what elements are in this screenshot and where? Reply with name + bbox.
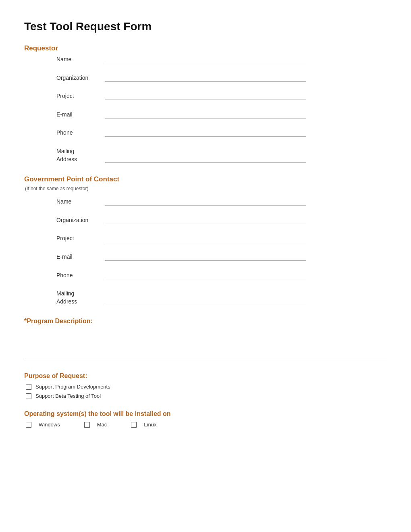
requestor-project-input[interactable] [105, 91, 306, 100]
requestor-name-label: Name [56, 55, 105, 64]
gov-email-label: E-mail [56, 252, 105, 261]
gov-address-input[interactable] [105, 289, 306, 305]
requestor-name-input[interactable] [105, 55, 306, 63]
requestor-email-label: E-mail [56, 110, 105, 119]
purpose-option-2-label: Support Beta Testing of Tool [35, 393, 101, 399]
gov-phone-row: Phone [56, 271, 387, 280]
program-description-input[interactable] [24, 328, 387, 360]
gov-org-row: Organization [56, 216, 387, 224]
requestor-name-row: Name [56, 55, 387, 64]
requestor-heading: Requestor [24, 44, 387, 52]
purpose-option-1-row: Support Program Developments [24, 384, 387, 390]
operating-systems-heading: Operating system(s) the tool will be ins… [24, 410, 387, 418]
purpose-option-1-label: Support Program Developments [35, 384, 110, 390]
gov-org-label: Organization [56, 216, 105, 224]
gov-contact-section: Government Point of Contact (If not the … [24, 175, 387, 305]
gov-org-input[interactable] [105, 216, 306, 224]
gov-contact-subheading: (If not the same as requestor) [24, 186, 387, 191]
gov-contact-heading: Government Point of Contact [24, 175, 387, 183]
requestor-project-label: Project [56, 91, 105, 100]
gov-address-label: MailingAddress [56, 289, 105, 305]
requestor-org-label: Organization [56, 73, 105, 82]
program-description-heading: *Program Description: [24, 318, 387, 325]
os-mac-option: Mac [84, 422, 107, 428]
requestor-org-input[interactable] [105, 73, 306, 82]
gov-address-row: MailingAddress [56, 289, 387, 305]
requestor-address-row: MailingAddress [56, 147, 387, 163]
os-linux-label: Linux [144, 422, 156, 428]
program-description-section: *Program Description: [24, 318, 387, 360]
os-mac-checkbox[interactable] [84, 422, 90, 428]
os-windows-option: Windows [26, 422, 60, 428]
purpose-of-request-heading: Purpose of Request: [24, 372, 387, 380]
os-windows-label: Windows [39, 422, 60, 428]
gov-phone-label: Phone [56, 271, 105, 280]
gov-project-row: Project [56, 234, 387, 243]
page-title: Test Tool Request Form [24, 20, 387, 33]
os-windows-checkbox[interactable] [26, 422, 31, 428]
os-linux-option: Linux [131, 422, 156, 428]
purpose-option-1-checkbox[interactable] [26, 384, 31, 390]
requestor-phone-row: Phone [56, 128, 387, 137]
gov-project-label: Project [56, 234, 105, 243]
purpose-option-2-checkbox[interactable] [26, 393, 31, 399]
gov-name-row: Name [56, 197, 387, 206]
requestor-phone-input[interactable] [105, 128, 306, 137]
os-options-container: Windows Mac Linux [24, 422, 387, 428]
gov-contact-fields: Name Organization Project E-mail Phone M… [24, 197, 387, 305]
requestor-section: Requestor Name Organization Project E-ma… [24, 44, 387, 163]
gov-email-row: E-mail [56, 252, 387, 261]
requestor-fields: Name Organization Project E-mail Phone M… [24, 55, 387, 163]
gov-phone-input[interactable] [105, 271, 306, 279]
requestor-email-row: E-mail [56, 110, 387, 119]
gov-email-input[interactable] [105, 252, 306, 261]
operating-systems-section: Operating system(s) the tool will be ins… [24, 410, 387, 428]
purpose-of-request-section: Purpose of Request: Support Program Deve… [24, 372, 387, 399]
gov-name-input[interactable] [105, 197, 306, 206]
os-mac-label: Mac [97, 422, 107, 428]
requestor-phone-label: Phone [56, 128, 105, 137]
gov-name-label: Name [56, 197, 105, 206]
requestor-email-input[interactable] [105, 110, 306, 118]
gov-project-input[interactable] [105, 234, 306, 242]
requestor-address-label: MailingAddress [56, 147, 105, 163]
requestor-org-row: Organization [56, 73, 387, 82]
os-linux-checkbox[interactable] [131, 422, 137, 428]
requestor-address-input[interactable] [105, 147, 306, 163]
requestor-project-row: Project [56, 91, 387, 100]
purpose-option-2-row: Support Beta Testing of Tool [24, 393, 387, 399]
